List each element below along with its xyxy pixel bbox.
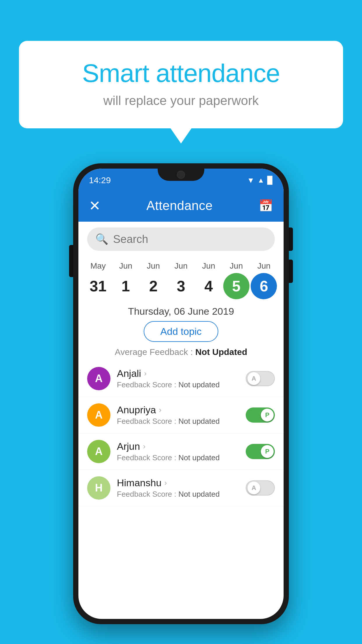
search-container: 🔍 xyxy=(87,228,275,251)
search-icon: 🔍 xyxy=(95,233,108,245)
cal-date-1: 1 xyxy=(113,273,139,299)
bubble-subtitle: will replace your paperwork xyxy=(42,93,320,108)
student-list: A Anjali › Feedback Score : Not updated … xyxy=(78,360,284,506)
student-name-himanshu: Himanshu › xyxy=(117,477,239,489)
speech-bubble-container: Smart attendance will replace your paper… xyxy=(19,41,343,128)
cal-date-6: 6 xyxy=(251,273,277,299)
phone-frame: 14:29 ▼ ▲ ▉ ✕ Attendance 📅 🔍 xyxy=(73,163,289,624)
calendar-icon[interactable]: 📅 xyxy=(259,199,273,213)
phone-screen: 14:29 ▼ ▲ ▉ ✕ Attendance 📅 🔍 xyxy=(78,169,284,619)
student-feedback-anupriya: Feedback Score : Not updated xyxy=(117,417,239,426)
signal-icon: ▲ xyxy=(257,176,264,184)
cal-date-3: 3 xyxy=(168,273,194,299)
phone-wrapper: 14:29 ▼ ▲ ▉ ✕ Attendance 📅 🔍 xyxy=(73,163,289,624)
search-input[interactable] xyxy=(113,233,267,246)
student-feedback-anjali: Feedback Score : Not updated xyxy=(117,380,239,389)
speech-bubble: Smart attendance will replace your paper… xyxy=(19,41,343,128)
toggle-anjali[interactable]: A xyxy=(246,371,275,386)
add-topic-button[interactable]: Add topic xyxy=(144,321,218,342)
toggle-himanshu[interactable]: A xyxy=(246,480,275,496)
student-name-arjun: Arjun › xyxy=(117,441,239,452)
avatar-arjun: A xyxy=(87,440,110,463)
chevron-anjali: › xyxy=(144,369,147,378)
cal-month-0: May xyxy=(90,261,106,271)
camera xyxy=(177,171,185,179)
app-title: Attendance xyxy=(146,198,213,213)
chevron-himanshu: › xyxy=(164,478,167,487)
notch xyxy=(158,169,204,181)
status-time: 14:29 xyxy=(89,175,111,185)
student-info-arjun: Arjun › Feedback Score : Not updated xyxy=(117,441,239,462)
cal-month-5: Jun xyxy=(230,261,243,271)
close-button[interactable]: ✕ xyxy=(89,197,101,214)
cal-month-3: Jun xyxy=(174,261,187,271)
calendar-day-4[interactable]: Jun 4 xyxy=(196,261,222,299)
chevron-arjun: › xyxy=(143,442,145,451)
avg-feedback-label: Average Feedback : xyxy=(115,347,195,357)
avatar-anjali: A xyxy=(87,367,110,390)
student-item-anupriya[interactable]: A Anupriya › Feedback Score : Not update… xyxy=(78,397,284,433)
student-item-himanshu[interactable]: H Himanshu › Feedback Score : Not update… xyxy=(78,470,284,506)
app-bar: ✕ Attendance 📅 xyxy=(78,190,284,222)
cal-month-1: Jun xyxy=(119,261,132,271)
cal-month-2: Jun xyxy=(147,261,160,271)
bubble-title: Smart attendance xyxy=(42,58,320,88)
status-icons: ▼ ▲ ▉ xyxy=(247,176,273,185)
power-button xyxy=(69,245,73,277)
calendar-day-6[interactable]: Jun 6 xyxy=(251,261,277,299)
cal-date-4: 4 xyxy=(196,273,222,299)
student-feedback-himanshu: Feedback Score : Not updated xyxy=(117,490,239,499)
toggle-arjun[interactable]: P xyxy=(246,444,275,459)
calendar-day-2[interactable]: Jun 2 xyxy=(140,261,166,299)
volume-up-button xyxy=(289,228,293,251)
calendar-day-0[interactable]: May 31 xyxy=(85,261,111,299)
toggle-anupriya[interactable]: P xyxy=(246,407,275,423)
chevron-anupriya: › xyxy=(159,405,161,414)
student-item-anjali[interactable]: A Anjali › Feedback Score : Not updated … xyxy=(78,360,284,397)
cal-date-0: 31 xyxy=(85,273,111,299)
calendar-day-1[interactable]: Jun 1 xyxy=(113,261,139,299)
student-info-himanshu: Himanshu › Feedback Score : Not updated xyxy=(117,477,239,499)
selected-date: Thursday, 06 June 2019 xyxy=(78,299,284,321)
wifi-icon: ▼ xyxy=(247,176,255,185)
calendar-day-5[interactable]: Jun 5 xyxy=(223,261,249,299)
student-name-anupriya: Anupriya › xyxy=(117,404,239,416)
student-item-arjun[interactable]: A Arjun › Feedback Score : Not updated P xyxy=(78,433,284,470)
cal-month-4: Jun xyxy=(202,261,215,271)
battery-icon: ▉ xyxy=(267,176,273,185)
avg-feedback-value: Not Updated xyxy=(195,347,247,357)
cal-date-2: 2 xyxy=(140,273,166,299)
avatar-anupriya: A xyxy=(87,403,110,427)
avatar-himanshu: H xyxy=(87,476,110,500)
cal-month-6: Jun xyxy=(257,261,270,271)
volume-down-button xyxy=(289,260,293,283)
average-feedback: Average Feedback : Not Updated xyxy=(78,342,284,360)
calendar-strip: May 31 Jun 1 Jun 2 Jun 3 Jun 4 xyxy=(78,257,284,299)
student-info-anjali: Anjali › Feedback Score : Not updated xyxy=(117,368,239,389)
student-name-anjali: Anjali › xyxy=(117,368,239,379)
cal-date-5: 5 xyxy=(223,273,249,299)
calendar-day-3[interactable]: Jun 3 xyxy=(168,261,194,299)
student-feedback-arjun: Feedback Score : Not updated xyxy=(117,453,239,462)
student-info-anupriya: Anupriya › Feedback Score : Not updated xyxy=(117,404,239,426)
